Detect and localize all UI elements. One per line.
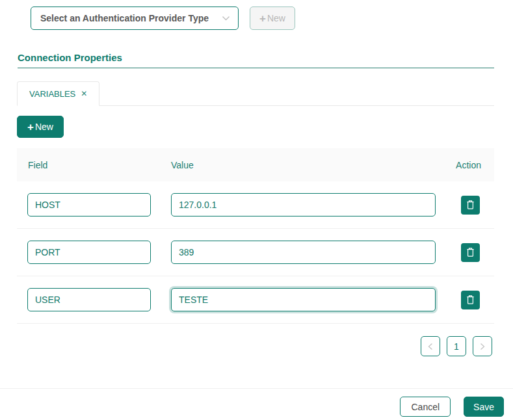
field-value-input[interactable] <box>171 241 436 264</box>
trash-icon <box>466 247 475 257</box>
trash-icon <box>466 295 475 305</box>
delete-row-button[interactable] <box>461 196 480 215</box>
field-name-input[interactable] <box>27 193 151 217</box>
table-header-row: Field Value Action <box>17 148 494 181</box>
form-footer: Cancel Save <box>0 388 513 417</box>
pagination-page-1-button[interactable]: 1 <box>447 336 466 356</box>
provider-row: Select an Authentication Provider Type +… <box>31 7 295 30</box>
chevron-left-icon <box>428 343 433 350</box>
column-header-field: Field <box>28 160 171 170</box>
chevron-right-icon <box>480 343 485 350</box>
column-header-value: Value <box>171 160 456 170</box>
provider-new-button[interactable]: + New <box>250 7 295 30</box>
pagination-prev-button[interactable] <box>421 336 440 356</box>
column-header-action: Action <box>456 160 481 170</box>
cancel-button[interactable]: Cancel <box>400 397 451 417</box>
plus-icon: + <box>259 13 266 24</box>
variables-table: Field Value Action <box>17 148 494 324</box>
tab-variables-label: VARIABLES <box>29 89 75 99</box>
field-value-input[interactable] <box>171 193 436 217</box>
save-button[interactable]: Save <box>464 397 504 417</box>
new-variable-button[interactable]: + New <box>17 116 64 138</box>
field-value-input-focused[interactable] <box>171 288 436 311</box>
table-row <box>17 276 494 324</box>
table-row <box>17 181 494 229</box>
auth-provider-type-select[interactable]: Select an Authentication Provider Type <box>31 7 239 30</box>
field-name-input[interactable] <box>27 288 151 311</box>
close-icon[interactable]: ✕ <box>81 89 87 98</box>
auth-provider-form: Select an Authentication Provider Type +… <box>0 0 513 420</box>
delete-row-button[interactable] <box>461 243 480 262</box>
plus-icon: + <box>27 122 34 133</box>
pagination: 1 <box>421 336 492 356</box>
pagination-page-number: 1 <box>454 341 459 352</box>
provider-new-button-label: New <box>267 13 285 23</box>
tab-variables[interactable]: VARIABLES ✕ <box>17 81 99 106</box>
page-title: Connection Properties <box>18 52 494 68</box>
tab-bar: VARIABLES ✕ <box>17 81 494 106</box>
field-name-input[interactable] <box>27 241 151 264</box>
pagination-next-button[interactable] <box>473 336 492 356</box>
chevron-down-icon <box>222 16 230 21</box>
auth-provider-type-select-value: Select an Authentication Provider Type <box>40 13 222 23</box>
table-row <box>17 229 494 276</box>
delete-row-button[interactable] <box>461 291 480 309</box>
trash-icon <box>466 200 475 210</box>
new-variable-button-label: New <box>35 122 53 132</box>
